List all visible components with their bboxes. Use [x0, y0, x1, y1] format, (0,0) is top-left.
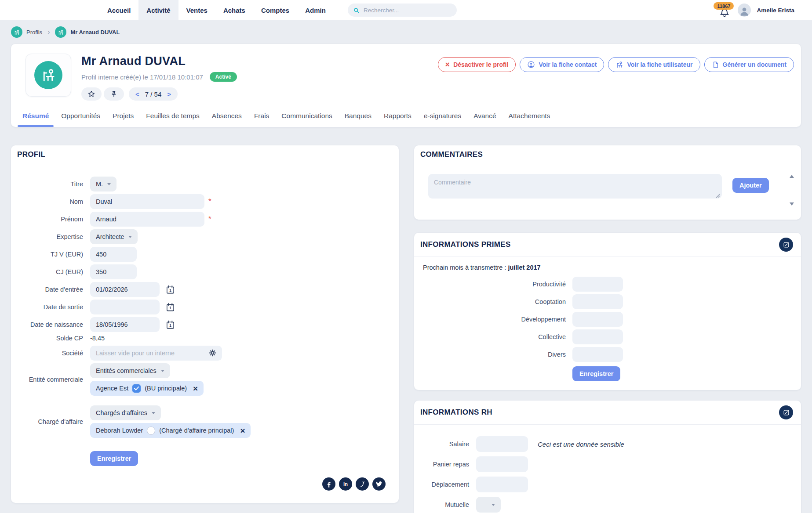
pager-previous-icon[interactable]: < [135, 90, 139, 98]
collective-label: Collective [423, 333, 566, 340]
add-comment-button[interactable]: Ajouter [732, 178, 769, 193]
tab-rapports[interactable]: Rapports [378, 112, 418, 127]
check-icon [134, 387, 139, 390]
tab-frais[interactable]: Frais [248, 112, 275, 127]
star-icon [87, 90, 95, 98]
pager-next-icon[interactable]: > [167, 90, 171, 98]
societe-input[interactable] [90, 346, 222, 361]
nav-item-admin[interactable]: Admin [297, 0, 334, 20]
nom-label: Nom [17, 198, 83, 205]
remove-entite-icon[interactable]: × [193, 384, 198, 393]
tab-feuilles-de-temps[interactable]: Feuilles de temps [140, 112, 205, 127]
calendar-icon [165, 320, 175, 330]
tab-attachements[interactable]: Attachements [502, 112, 557, 127]
date-sortie-calendar-button[interactable] [165, 302, 175, 312]
productivite-label: Productivité [423, 281, 566, 288]
prenom-input[interactable] [90, 212, 204, 227]
date-naissance-calendar-button[interactable] [165, 320, 175, 330]
calendar-icon [165, 285, 175, 295]
breadcrumb-profils[interactable]: Profils [26, 29, 42, 36]
charges-affaires-select[interactable]: Chargés d'affaires [90, 405, 161, 420]
cj-input[interactable] [90, 264, 137, 279]
tab-communications[interactable]: Communications [275, 112, 338, 127]
productivite-input[interactable] [572, 277, 623, 292]
date-naissance-input[interactable] [90, 317, 160, 332]
view-user-button[interactable]: Voir la fiche utilisateur [608, 57, 700, 72]
primes-save-button[interactable]: Enregistrer [572, 366, 620, 381]
profile-avatar-circle [34, 61, 62, 89]
view-contact-button[interactable]: Voir la fiche contact [520, 57, 604, 72]
calendar-icon [165, 302, 175, 312]
tab-resume[interactable]: Résumé [16, 112, 55, 127]
user-avatar[interactable] [738, 4, 751, 17]
nav-item-activite[interactable]: Activité [138, 0, 178, 20]
titre-label: Titre [17, 181, 83, 188]
gear-icon [208, 348, 217, 358]
nav-item-accueil[interactable]: Accueil [99, 0, 138, 20]
tab-absences[interactable]: Absences [206, 112, 248, 127]
date-entree-input[interactable] [90, 282, 160, 297]
charge-affaire-label: Chargé d'affaire [17, 418, 83, 425]
breadcrumb-current[interactable]: Mr Arnaud DUVAL [70, 29, 120, 36]
collective-input[interactable] [572, 329, 623, 344]
nav-item-achats[interactable]: Achats [215, 0, 253, 20]
nav-item-comptes[interactable]: Comptes [253, 0, 297, 20]
comment-textarea[interactable] [428, 174, 722, 199]
user-name[interactable]: Amelie Erista [757, 7, 794, 14]
profil-save-button[interactable]: Enregistrer [90, 451, 138, 466]
societe-settings-button[interactable] [208, 348, 217, 358]
titre-value: M. [96, 181, 103, 188]
date-entree-calendar-button[interactable] [165, 285, 175, 295]
notifications-button[interactable]: 11867 [717, 2, 732, 18]
entites-commerciales-select[interactable]: Entités commerciales [90, 363, 170, 378]
scroll-up-icon[interactable] [790, 175, 794, 178]
viadeo-icon[interactable] [356, 477, 369, 491]
expertise-label: Expertise [17, 233, 83, 240]
profils-icon [11, 26, 22, 38]
nom-input[interactable] [90, 194, 204, 209]
date-sortie-input[interactable] [90, 300, 160, 314]
facebook-icon[interactable] [322, 477, 335, 491]
tab-projets[interactable]: Projets [106, 112, 140, 127]
linkedin-icon[interactable]: in [339, 477, 352, 491]
tab-e-signatures[interactable]: e-signatures [418, 112, 467, 127]
nav-item-ventes[interactable]: Ventes [178, 0, 215, 20]
remove-charge-icon[interactable]: × [240, 426, 245, 435]
expertise-select[interactable]: Architecte [90, 229, 138, 244]
profile-header-top: Mr Arnaud DUVAL Profil interne créé(e) l… [11, 44, 801, 101]
search-input[interactable] [364, 7, 452, 14]
generate-document-button[interactable]: Générer un document [704, 57, 794, 72]
favorite-button[interactable] [81, 87, 102, 101]
charge-affaire-chip-label: Deborah Lowder [96, 427, 143, 434]
chevron-down-icon [152, 412, 155, 414]
solde-cp-label: Solde CP [17, 335, 83, 342]
bu-principale-checkbox[interactable] [132, 384, 141, 393]
view-user-label: Voir la fiche utilisateur [627, 61, 692, 68]
tab-opportunites[interactable]: Opportunités [55, 112, 106, 127]
salaire-input[interactable] [476, 436, 528, 452]
comments-scrollbar[interactable] [789, 174, 795, 206]
tab-banques[interactable]: Banques [339, 112, 378, 127]
entite-commerciale-label: Entité commerciale [17, 376, 83, 383]
edit-primes-button[interactable] [779, 238, 793, 252]
divers-input[interactable] [572, 347, 623, 362]
status-badge: Activé [210, 72, 237, 82]
developpement-input[interactable] [572, 312, 623, 327]
pin-button[interactable] [104, 87, 124, 101]
primes-card-title: INFORMATIONS PRIMES [420, 240, 511, 249]
charge-principal-checkbox[interactable] [147, 426, 155, 435]
scroll-down-icon[interactable] [790, 202, 794, 206]
charges-affaires-value: Chargés d'affaires [96, 409, 147, 416]
tjv-input[interactable] [90, 247, 137, 262]
cooptation-input[interactable] [572, 294, 623, 309]
tab-avance[interactable]: Avancé [467, 112, 502, 127]
global-search[interactable] [348, 4, 457, 17]
chevron-down-icon [107, 183, 111, 185]
mutuelle-select[interactable] [476, 497, 501, 513]
deplacement-input[interactable] [476, 477, 528, 492]
titre-select[interactable]: M. [90, 177, 117, 191]
deactivate-profile-button[interactable]: × Désactiver le profil [438, 57, 516, 72]
panier-repas-input[interactable] [476, 456, 528, 472]
edit-rh-button[interactable] [779, 405, 793, 419]
twitter-icon[interactable] [372, 477, 386, 491]
